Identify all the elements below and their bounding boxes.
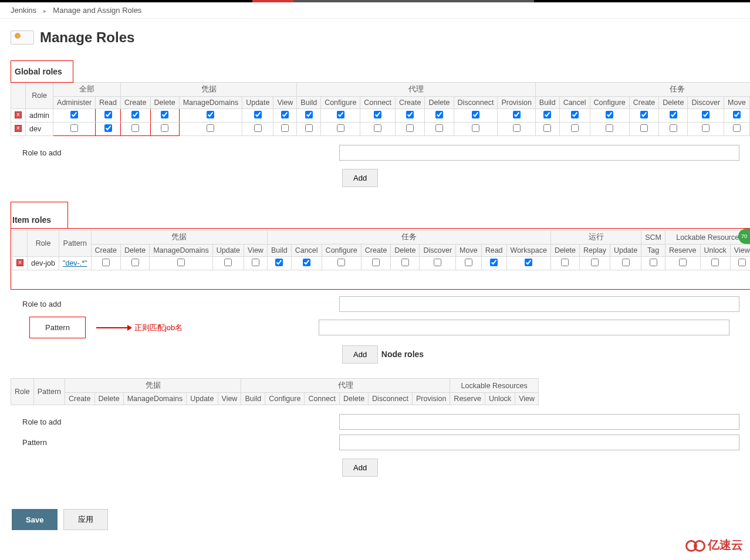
permission-checkbox[interactable] (102, 259, 110, 266)
node-pattern-input[interactable] (339, 435, 739, 450)
permission-checkbox[interactable] (465, 259, 472, 266)
permission-checkbox[interactable] (406, 124, 414, 132)
global-role-to-add-input[interactable] (339, 145, 739, 161)
permission-checkbox[interactable] (131, 111, 139, 118)
permission-checkbox[interactable] (374, 111, 381, 118)
permission-checkbox[interactable] (702, 111, 710, 118)
permission-checkbox[interactable] (104, 111, 112, 118)
page-title: Manage Roles (40, 29, 134, 46)
top-accent-bar (0, 0, 750, 2)
permission-checkbox[interactable] (207, 111, 214, 118)
item-roles-heading: Item roles (11, 202, 68, 229)
permission-checkbox[interactable] (606, 111, 613, 118)
permission-checkbox[interactable] (161, 124, 168, 132)
role-name-cell: dev-job (28, 257, 59, 270)
item-roles-highlight: RolePattern凭据任务运行SCMLockable ResourcesCr… (11, 228, 750, 290)
global-roles-table: Role全部凭据代理任务AdministerReadCreateDeleteMa… (11, 82, 750, 136)
node-roles-table: RolePattern凭据代理Lockable ResourcesCreateD… (11, 378, 539, 405)
permission-checkbox[interactable] (702, 124, 710, 132)
permission-checkbox[interactable] (733, 111, 741, 118)
chevron-right-icon: ▸ (43, 8, 46, 14)
permission-checkbox[interactable] (738, 259, 746, 266)
permission-checkbox[interactable] (640, 124, 648, 132)
permission-checkbox[interactable] (131, 259, 139, 266)
permission-checkbox[interactable] (305, 124, 313, 132)
permission-checkbox[interactable] (711, 259, 719, 266)
item-roles-table: RolePattern凭据任务运行SCMLockable ResourcesCr… (12, 230, 750, 270)
node-add-button[interactable]: Add (342, 459, 378, 477)
permission-checkbox[interactable] (401, 259, 409, 266)
apply-button[interactable]: 应用 (63, 509, 108, 530)
permission-checkbox[interactable] (406, 111, 414, 118)
breadcrumb-current[interactable]: Manage and Assign Roles (53, 6, 141, 15)
delete-icon[interactable] (16, 259, 23, 266)
permission-checkbox[interactable] (670, 124, 677, 132)
permission-checkbox[interactable] (513, 124, 521, 132)
permission-checkbox[interactable] (70, 111, 78, 118)
permission-checkbox[interactable] (254, 111, 262, 118)
permission-checkbox[interactable] (571, 111, 579, 118)
permission-checkbox[interactable] (131, 124, 139, 132)
breadcrumb: Jenkins ▸ Manage and Assign Roles (0, 2, 750, 19)
permission-checkbox[interactable] (435, 124, 443, 132)
permission-checkbox[interactable] (513, 111, 521, 118)
permission-checkbox[interactable] (337, 259, 345, 266)
side-badge[interactable]: 70 (738, 229, 750, 244)
permission-checkbox[interactable] (650, 259, 657, 266)
permission-checkbox[interactable] (525, 259, 532, 266)
permission-checkbox[interactable] (543, 111, 551, 118)
pattern-label: Pattern (29, 317, 86, 338)
delete-icon[interactable] (15, 125, 22, 132)
pattern-link[interactable]: "dev-.*" (63, 259, 87, 267)
permission-checkbox[interactable] (254, 124, 262, 132)
permission-checkbox[interactable] (275, 259, 283, 266)
breadcrumb-root[interactable]: Jenkins (11, 6, 36, 15)
permission-checkbox[interactable] (207, 124, 214, 132)
permission-checkbox[interactable] (434, 259, 441, 266)
permission-checkbox[interactable] (679, 259, 687, 266)
annotation-text: 正则匹配job名 (134, 323, 183, 333)
global-roles-heading: Global roles (11, 60, 73, 83)
arrow-icon (96, 327, 129, 328)
permission-checkbox[interactable] (435, 111, 443, 118)
node-role-to-add-input[interactable] (339, 414, 739, 430)
permission-checkbox[interactable] (372, 259, 380, 266)
permission-checkbox[interactable] (472, 124, 479, 132)
role-to-add-label: Role to add (22, 148, 339, 157)
permission-checkbox[interactable] (337, 111, 344, 118)
permission-checkbox[interactable] (303, 259, 310, 266)
permission-checkbox[interactable] (490, 259, 498, 266)
permission-checkbox[interactable] (252, 259, 259, 266)
permission-checkbox[interactable] (281, 111, 289, 118)
permission-checkbox[interactable] (606, 124, 613, 132)
permission-checkbox[interactable] (161, 111, 168, 118)
roles-icon (11, 30, 34, 45)
item-role-to-add-label: Role to add (22, 300, 339, 308)
permission-checkbox[interactable] (571, 124, 579, 132)
save-button[interactable]: Save (12, 509, 58, 530)
permission-checkbox[interactable] (70, 124, 78, 132)
permission-checkbox[interactable] (177, 259, 185, 266)
permission-checkbox[interactable] (472, 111, 479, 118)
permission-checkbox[interactable] (622, 259, 630, 266)
role-name-cell: dev (26, 123, 53, 136)
item-role-to-add-input[interactable] (339, 296, 739, 312)
permission-checkbox[interactable] (640, 111, 648, 118)
item-pattern-input[interactable] (319, 320, 729, 335)
permission-checkbox[interactable] (305, 111, 313, 118)
item-add-button[interactable]: Add (342, 345, 378, 364)
global-add-button[interactable]: Add (342, 169, 378, 187)
permission-checkbox[interactable] (104, 124, 112, 132)
permission-checkbox[interactable] (281, 124, 289, 132)
infinity-icon (685, 540, 705, 551)
permission-checkbox[interactable] (374, 124, 381, 132)
permission-checkbox[interactable] (733, 124, 741, 132)
delete-icon[interactable] (15, 111, 22, 118)
permission-checkbox[interactable] (337, 124, 344, 132)
permission-checkbox[interactable] (670, 111, 677, 118)
permission-checkbox[interactable] (561, 259, 569, 266)
permission-checkbox[interactable] (591, 259, 599, 266)
permission-checkbox[interactable] (224, 259, 232, 266)
role-name-cell: admin (26, 109, 53, 123)
permission-checkbox[interactable] (543, 124, 551, 132)
